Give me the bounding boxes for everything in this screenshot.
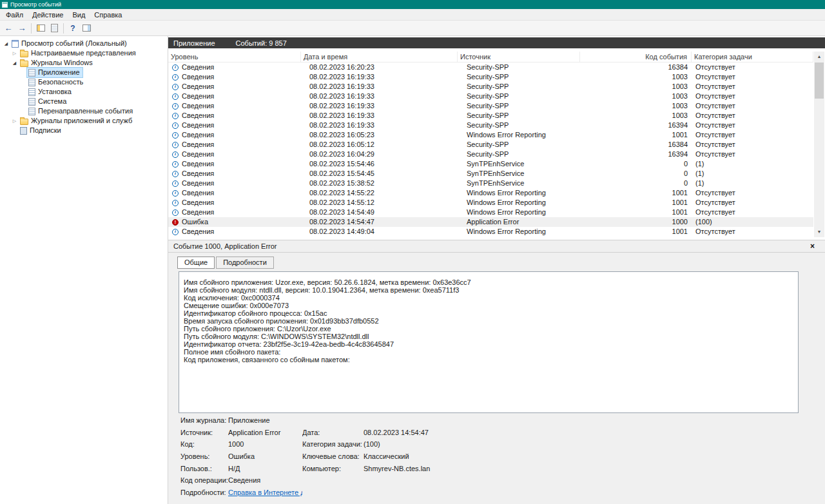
tab-general[interactable]: Общие (177, 257, 215, 269)
level-cell: iСведения (168, 72, 301, 82)
field-label: Категория задачи: (302, 440, 364, 448)
field-value: Приложение (228, 416, 302, 424)
datetime-cell: 08.02.2023 14:49:04 (301, 227, 458, 237)
app-icon (2, 2, 8, 8)
datetime-cell: 08.02.2023 14:55:12 (301, 198, 458, 208)
datetime-cell: 08.02.2023 16:05:23 (301, 130, 458, 140)
event-row[interactable]: iСведения08.02.2023 16:19:33Security-SPP… (168, 82, 813, 92)
tree-item-setup[interactable]: Установка (0, 87, 168, 97)
event-row[interactable]: iСведения08.02.2023 14:55:22Windows Erro… (168, 188, 813, 198)
collapse-icon[interactable]: ◢ (2, 39, 10, 48)
collapse-icon[interactable]: ◢ (10, 58, 19, 68)
event-row[interactable]: iСведения08.02.2023 15:54:46SynTPEnhServ… (168, 159, 813, 169)
event-row[interactable]: !Ошибка08.02.2023 14:54:47Application Er… (168, 217, 813, 227)
expand-icon[interactable]: ▷ (10, 116, 19, 126)
online-help-link[interactable]: Справка в Интернете для (228, 489, 302, 496)
category-cell: Отсутствует (692, 208, 813, 217)
field-row: Подробности:Справка в Интернете для (180, 489, 645, 501)
expand-icon[interactable]: ▷ (10, 48, 19, 58)
tree-item-forwarded-events[interactable]: Перенаправленные события (0, 106, 168, 116)
forward-button[interactable]: → (15, 22, 28, 35)
back-arrow-icon: ← (5, 24, 13, 32)
tree-item-label: Безопасность (38, 77, 83, 87)
scroll-down-icon[interactable]: ▼ (814, 227, 824, 237)
event-id-cell: 0 (580, 159, 692, 169)
tab-details[interactable]: Подробности (216, 257, 274, 269)
event-id-cell: 1003 (580, 111, 692, 121)
level-cell: iСведения (168, 130, 301, 140)
tree-item-subscriptions[interactable]: Подписки (0, 126, 168, 135)
show-console-tree-button[interactable] (34, 22, 47, 35)
info-icon: i (172, 161, 179, 168)
event-row[interactable]: iСведения08.02.2023 16:19:33Security-SPP… (168, 92, 813, 101)
menu-item-help[interactable]: Справка (90, 10, 126, 20)
event-row[interactable]: iСведения08.02.2023 16:04:29Security-SPP… (168, 150, 813, 159)
error-icon: ! (172, 219, 179, 226)
event-row[interactable]: iСведения08.02.2023 16:05:12Security-SPP… (168, 140, 813, 150)
tree-entry: Журналы приложений и служб (19, 116, 135, 126)
scroll-thumb[interactable] (815, 63, 824, 99)
level-label: Сведения (182, 72, 214, 82)
source-cell: SynTPEnhService (458, 159, 580, 169)
event-row[interactable]: iСведения08.02.2023 14:55:12Windows Erro… (168, 198, 813, 208)
field-label: Подробности: (180, 489, 228, 496)
tree-item-root[interactable]: ◢Просмотр событий (Локальный) (0, 39, 168, 48)
scroll-up-icon[interactable]: ▲ (814, 52, 824, 62)
event-row[interactable]: iСведения08.02.2023 14:54:49Windows Erro… (168, 208, 813, 217)
level-label: Ошибка (182, 217, 208, 227)
event-row[interactable]: iСведения08.02.2023 16:19:33Security-SPP… (168, 111, 813, 121)
event-row[interactable]: iСведения08.02.2023 16:19:33Security-SPP… (168, 121, 813, 130)
column-header-datetime[interactable]: Дата и время (301, 52, 458, 62)
description-line: Код приложения, связанного со сбойным па… (184, 356, 794, 363)
info-icon: i (172, 122, 179, 129)
column-header-category[interactable]: Категория задачи (692, 52, 813, 62)
menu-item-view[interactable]: Вид (68, 10, 90, 20)
column-header-level[interactable]: Уровень (168, 52, 301, 62)
tree-item-security[interactable]: Безопасность (0, 77, 168, 87)
table-scrollbar[interactable]: ▲ ▼ (814, 52, 824, 237)
column-header-source[interactable]: Источник (458, 52, 580, 62)
column-header-eventid[interactable]: Код события (580, 52, 692, 62)
level-cell: iСведения (168, 111, 301, 121)
properties-button[interactable] (48, 22, 61, 35)
log-header: Приложение Событий: 9 857 (168, 37, 825, 48)
event-row[interactable]: iСведения08.02.2023 15:38:52SynTPEnhServ… (168, 179, 813, 188)
back-button[interactable]: ← (2, 22, 15, 35)
event-id-cell: 16394 (580, 150, 692, 159)
event-description[interactable]: Имя сбойного приложения: Uzor.exe, верси… (179, 271, 799, 413)
help-button[interactable]: ? (66, 22, 79, 35)
event-id-cell: 1003 (580, 92, 692, 101)
event-row[interactable]: iСведения08.02.2023 16:19:33Security-SPP… (168, 72, 813, 82)
description-line: Путь сбойного приложения: C:\Uzor\Uzor.e… (184, 325, 794, 333)
event-row[interactable]: iСведения08.02.2023 16:19:33Security-SPP… (168, 101, 813, 111)
action-pane-button[interactable] (80, 22, 93, 35)
info-icon: i (172, 142, 179, 148)
description-line: Имя сбойного модуля: ntdll.dll, версия: … (184, 286, 794, 294)
category-cell: Отсутствует (692, 92, 813, 101)
source-cell: Security-SPP (458, 140, 580, 150)
event-row[interactable]: iСведения08.02.2023 15:54:45SynTPEnhServ… (168, 169, 813, 179)
close-icon[interactable]: × (810, 242, 815, 251)
tree-item-label: Журналы приложений и служб (31, 116, 132, 126)
datetime-cell: 08.02.2023 16:04:29 (301, 150, 458, 159)
event-row[interactable]: iСведения08.02.2023 16:20:23Security-SPP… (168, 63, 813, 72)
menu-item-action[interactable]: Действие (28, 10, 68, 20)
event-row[interactable]: iСведения08.02.2023 14:49:04Windows Erro… (168, 227, 813, 237)
level-cell: iСведения (168, 198, 301, 208)
category-cell: Отсутствует (692, 140, 813, 150)
tree-item-apps-services-logs[interactable]: ▷Журналы приложений и служб (0, 116, 168, 126)
datetime-cell: 08.02.2023 16:19:33 (301, 111, 458, 121)
tree-item-application[interactable]: Приложение (0, 68, 168, 77)
event-row[interactable]: iСведения08.02.2023 16:05:23Windows Erro… (168, 130, 813, 140)
tree-item-custom-views[interactable]: ▷Настраиваемые представления (0, 48, 168, 58)
category-cell: (100) (692, 217, 813, 227)
tree-entry: Безопасность (27, 77, 86, 87)
level-label: Сведения (182, 169, 214, 179)
menu-item-file[interactable]: Файл (1, 10, 28, 20)
tree-item-system[interactable]: Система (0, 97, 168, 106)
content-area: ◢Просмотр событий (Локальный)▷Настраивае… (0, 36, 825, 504)
log-icon (28, 98, 35, 106)
title-bar[interactable]: Просмотр событий (0, 0, 825, 9)
tree-item-windows-logs[interactable]: ◢Журналы Windows (0, 58, 168, 68)
source-cell: Windows Error Reporting (458, 227, 580, 237)
